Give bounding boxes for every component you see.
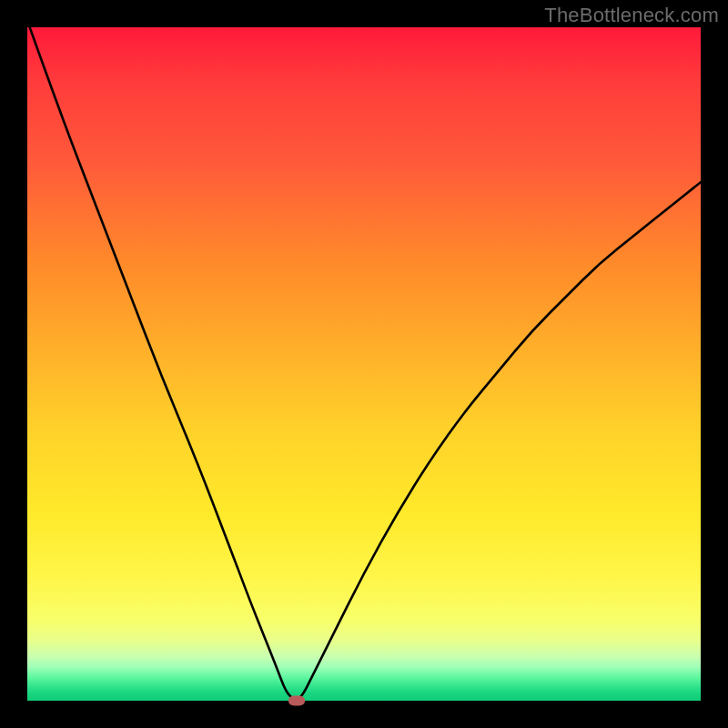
watermark-text: TheBottleneck.com (544, 4, 719, 27)
plot-area (27, 27, 701, 701)
optimal-point-marker (288, 696, 305, 706)
bottleneck-curve (27, 27, 701, 701)
chart-frame: TheBottleneck.com (0, 0, 728, 728)
curve-path (27, 27, 701, 699)
